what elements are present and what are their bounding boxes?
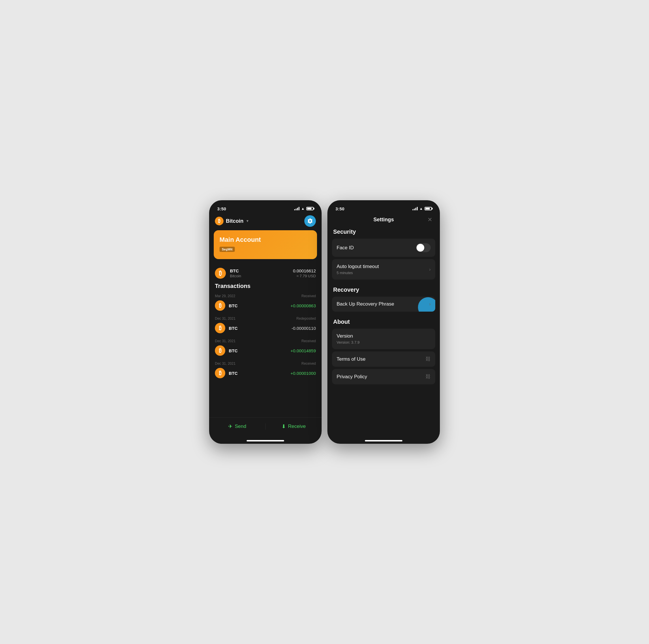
- settings-page-title: Settings: [342, 217, 426, 223]
- balance-btc-icon: ₿: [215, 268, 226, 279]
- auto-logout-label: Auto logout timeout: [337, 264, 379, 269]
- tx-type-2: Redeposited: [297, 316, 316, 320]
- balance-name: Bitcoin: [230, 274, 289, 278]
- terms-item[interactable]: Terms of Use ⛓: [332, 351, 435, 367]
- settings-button[interactable]: [304, 215, 316, 227]
- tx-icon-4: ₿: [215, 368, 225, 378]
- security-section-title: Security: [333, 228, 434, 235]
- bottom-bar: ✈ Send ⬇ Receive: [209, 417, 321, 440]
- tx-item-2[interactable]: ₿ BTC -0.00000110: [215, 323, 316, 336]
- wallet-content: ₿ Bitcoin ▼ Main Account SegWit ₿: [209, 213, 321, 444]
- transactions-section: Transactions Mar 29, 2022 Received ₿ BTC…: [209, 283, 321, 417]
- tx-type-3: Received: [301, 339, 316, 343]
- auto-logout-item[interactable]: Auto logout timeout 5 minutes ›: [332, 259, 435, 280]
- face-id-item[interactable]: Face ID: [332, 239, 435, 257]
- tx-group-3: Dec 31, 2021 Received ₿ BTC +0.00014859: [215, 339, 316, 359]
- settings-content: Security Face ID Auto logout timeout: [328, 228, 440, 440]
- close-button[interactable]: ✕: [426, 215, 434, 224]
- tx-date-4: Dec 31, 2021: [215, 361, 235, 366]
- wifi-icon-right: ▲: [420, 207, 423, 211]
- tx-group-1: Mar 29, 2022 Received ₿ BTC +0.00000863: [215, 294, 316, 314]
- backup-phrase-item[interactable]: Back Up Recovery Phrase ›: [332, 297, 435, 312]
- status-bar-right: 3:50 ▲: [328, 200, 440, 213]
- home-indicator-left: [247, 440, 284, 441]
- receive-button[interactable]: ⬇ Receive: [266, 421, 322, 432]
- balance-row: ₿ BTC Bitcoin 0.00016612 ≈ 7.79 USD: [209, 264, 321, 283]
- recovery-section-title: Recovery: [333, 287, 434, 293]
- send-button[interactable]: ✈ Send: [209, 421, 265, 432]
- balance-usd-amount: ≈ 7.79 USD: [293, 274, 316, 278]
- tx-amount-1: +0.00000863: [291, 303, 316, 308]
- status-bar-left: 3:50 ▲: [209, 200, 321, 213]
- tx-group-4: Dec 31, 2021 Received ₿ BTC +0.00001000: [215, 361, 316, 381]
- terms-label: Terms of Use: [337, 356, 365, 362]
- chevron-down-icon: ▼: [246, 219, 249, 223]
- tx-date-2: Dec 31, 2021: [215, 316, 235, 320]
- status-icons-left: ▲: [294, 207, 313, 211]
- segwit-badge: SegWit: [219, 247, 235, 252]
- balance-btc-amount: 0.00016612: [293, 268, 316, 273]
- tx-icon-1: ₿: [215, 300, 225, 311]
- battery-icon-right: [425, 207, 432, 210]
- gear-icon: [307, 218, 313, 224]
- tx-amount-3: +0.00014859: [291, 348, 316, 353]
- tx-group-2: Dec 31, 2021 Redeposited ₿ BTC -0.000001…: [215, 316, 316, 336]
- status-icons-right: ▲: [413, 207, 432, 211]
- auto-logout-chevron-icon: ›: [429, 267, 431, 272]
- send-label: Send: [235, 424, 246, 429]
- wallet-header: ₿ Bitcoin ▼: [209, 213, 321, 230]
- blue-circle-decoration: [418, 297, 435, 312]
- receive-label: Receive: [288, 424, 306, 429]
- balance-info: BTC Bitcoin: [230, 268, 289, 278]
- settings-header: Settings ✕: [328, 213, 440, 228]
- privacy-item[interactable]: Privacy Policy ⛓: [332, 369, 435, 384]
- version-label: Version: [337, 333, 431, 339]
- about-section-title: About: [333, 318, 434, 325]
- tx-amount-4: +0.00001000: [291, 371, 316, 376]
- tx-item-3[interactable]: ₿ BTC +0.00014859: [215, 345, 316, 359]
- backup-phrase-label: Back Up Recovery Phrase: [337, 301, 394, 307]
- face-id-toggle[interactable]: [416, 243, 431, 252]
- battery-icon: [306, 207, 313, 210]
- auto-logout-value: 5 minutes: [337, 271, 379, 275]
- version-value: Version: 3.7.9: [337, 340, 431, 344]
- version-item: Version Version: 3.7.9: [332, 329, 435, 349]
- tx-currency-1: BTC: [229, 303, 238, 308]
- tx-item-1[interactable]: ₿ BTC +0.00000863: [215, 300, 316, 314]
- signal-icon-right: [413, 207, 418, 210]
- coin-name-label: Bitcoin: [226, 218, 244, 224]
- settings-content-wrapper: Settings ✕ Security Face ID: [328, 213, 440, 444]
- privacy-label: Privacy Policy: [337, 374, 367, 380]
- terms-link-icon: ⛓: [426, 356, 431, 362]
- signal-icon: [294, 207, 299, 210]
- tx-type-4: Received: [301, 361, 316, 366]
- privacy-link-icon: ⛓: [426, 374, 431, 380]
- tx-currency-2: BTC: [229, 326, 238, 331]
- receive-icon: ⬇: [282, 423, 286, 430]
- face-id-label: Face ID: [337, 245, 354, 251]
- send-icon: ✈: [228, 423, 232, 430]
- account-title: Main Account: [219, 236, 311, 244]
- btc-logo-icon: ₿: [215, 217, 223, 225]
- backup-phrase-chevron-icon: ›: [429, 302, 431, 307]
- balance-currency: BTC: [230, 268, 289, 273]
- right-phone: 3:50 ▲ Settings ✕: [328, 200, 440, 444]
- transactions-title: Transactions: [215, 283, 316, 289]
- home-indicator-right: [365, 440, 402, 441]
- tx-date-1: Mar 29, 2022: [215, 294, 235, 298]
- time-left: 3:50: [217, 206, 226, 211]
- tx-type-1: Received: [301, 294, 316, 298]
- tx-icon-2: ₿: [215, 323, 225, 333]
- time-right: 3:50: [336, 206, 344, 211]
- account-card[interactable]: Main Account SegWit: [214, 230, 317, 259]
- left-phone: 3:50 ▲ ₿ Bitcoin ▼: [209, 200, 321, 444]
- balance-amounts: 0.00016612 ≈ 7.79 USD: [293, 268, 316, 278]
- tx-amount-2: -0.00000110: [292, 326, 316, 331]
- tx-icon-3: ₿: [215, 345, 225, 356]
- tx-currency-4: BTC: [229, 371, 238, 376]
- coin-selector[interactable]: ₿ Bitcoin ▼: [215, 217, 249, 225]
- tx-date-3: Dec 31, 2021: [215, 339, 235, 343]
- tx-currency-3: BTC: [229, 348, 238, 353]
- wifi-icon: ▲: [301, 207, 305, 211]
- tx-item-4[interactable]: ₿ BTC +0.00001000: [215, 368, 316, 381]
